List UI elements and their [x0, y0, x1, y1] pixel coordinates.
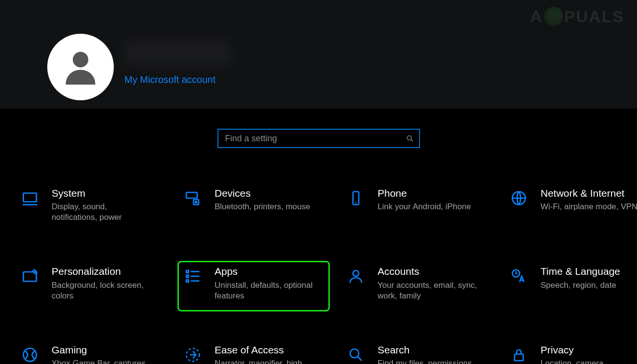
devices-icon	[184, 189, 202, 207]
tile-title: Privacy	[541, 344, 637, 356]
svg-point-17	[350, 349, 359, 358]
tile-title: Devices	[215, 187, 310, 200]
tile-subtitle: Display, sound, notifications, power	[52, 202, 153, 223]
settings-tiles-grid: System Display, sound, notifications, po…	[0, 155, 637, 364]
tile-subtitle: Wi-Fi, airplane mode, VPN	[541, 202, 637, 212]
tile-subtitle: Find my files, permissions	[378, 358, 472, 364]
tile-gaming[interactable]: Gaming Xbox Game Bar, captures, Game Mod…	[14, 339, 167, 364]
tile-system[interactable]: System Display, sound, notifications, po…	[14, 183, 167, 233]
search-icon	[406, 134, 414, 143]
tile-time-language[interactable]: Time & Language Speech, region, date	[503, 261, 637, 311]
svg-point-5	[195, 202, 197, 203]
tile-search[interactable]: Search Find my files, permissions	[340, 339, 493, 364]
tile-subtitle: Narrator, magnifier, high contrast	[215, 358, 316, 364]
globe-icon	[510, 189, 528, 207]
privacy-icon	[510, 346, 528, 364]
tile-title: Phone	[378, 187, 471, 200]
person-icon	[58, 45, 103, 89]
svg-rect-11	[187, 275, 189, 278]
search-box[interactable]	[217, 129, 420, 148]
tile-devices[interactable]: Devices Bluetooth, printers, mouse	[177, 183, 330, 233]
tile-ease-of-access[interactable]: Ease of Access Narrator, magnifier, high…	[177, 339, 330, 364]
appuals-watermark: A PUALS	[530, 7, 624, 26]
tile-network[interactable]: Network & Internet Wi-Fi, airplane mode,…	[503, 183, 637, 233]
avatar[interactable]	[47, 34, 114, 100]
gaming-icon	[21, 346, 39, 364]
tile-title: Apps	[215, 265, 316, 278]
search-container	[0, 108, 637, 155]
tile-phone[interactable]: Phone Link your Android, iPhone	[340, 183, 493, 233]
mascot-icon	[544, 7, 563, 26]
tile-title: Network & Internet	[541, 187, 637, 200]
tile-accounts[interactable]: Accounts Your accounts, email, sync, wor…	[340, 261, 493, 311]
svg-rect-3	[187, 192, 198, 198]
tile-title: Gaming	[52, 344, 153, 356]
svg-rect-12	[187, 280, 189, 283]
svg-rect-4	[194, 200, 199, 205]
tile-subtitle: Uninstall, defaults, optional features	[215, 280, 316, 301]
watermark-text-after: PUALS	[564, 7, 624, 26]
tile-subtitle: Background, lock screen, colors	[52, 280, 153, 301]
user-info: My Microsoft account	[124, 34, 230, 85]
tile-title: Personalization	[52, 265, 153, 278]
tile-subtitle: Your accounts, email, sync, work, family	[378, 280, 479, 301]
tile-privacy[interactable]: Privacy Location, camera, microphone	[503, 339, 637, 364]
svg-rect-2	[24, 193, 37, 202]
svg-rect-10	[187, 270, 189, 273]
personalization-icon	[21, 267, 39, 285]
settings-header: My Microsoft account A PUALS	[0, 0, 637, 108]
svg-point-0	[73, 52, 88, 67]
tile-title: Search	[378, 344, 472, 356]
phone-icon	[347, 189, 365, 207]
tile-subtitle: Bluetooth, printers, mouse	[215, 202, 310, 212]
search-category-icon	[347, 346, 365, 364]
tile-title: Ease of Access	[215, 344, 316, 356]
tile-subtitle: Speech, region, date	[541, 280, 620, 291]
time-language-icon	[510, 267, 528, 285]
search-input[interactable]	[225, 134, 406, 144]
tile-title: Accounts	[378, 265, 479, 278]
microsoft-account-link[interactable]: My Microsoft account	[124, 74, 230, 85]
tile-subtitle: Location, camera, microphone	[541, 358, 637, 364]
tile-title: System	[52, 187, 153, 200]
tile-subtitle: Link your Android, iPhone	[378, 202, 471, 212]
ease-of-access-icon	[184, 346, 202, 364]
svg-point-1	[407, 135, 411, 140]
system-icon	[21, 189, 39, 207]
user-name-redacted	[124, 40, 230, 66]
tile-apps[interactable]: Apps Uninstall, defaults, optional featu…	[177, 261, 330, 311]
svg-point-7	[355, 202, 356, 203]
tile-personalization[interactable]: Personalization Background, lock screen,…	[14, 261, 167, 311]
svg-point-15	[24, 348, 37, 361]
watermark-text-before: A	[530, 7, 543, 26]
accounts-icon	[347, 267, 365, 285]
apps-icon	[184, 267, 202, 285]
svg-point-13	[353, 270, 359, 276]
svg-rect-18	[515, 354, 523, 361]
tile-title: Time & Language	[541, 265, 620, 278]
tile-subtitle: Xbox Game Bar, captures, Game Mode	[52, 358, 153, 364]
